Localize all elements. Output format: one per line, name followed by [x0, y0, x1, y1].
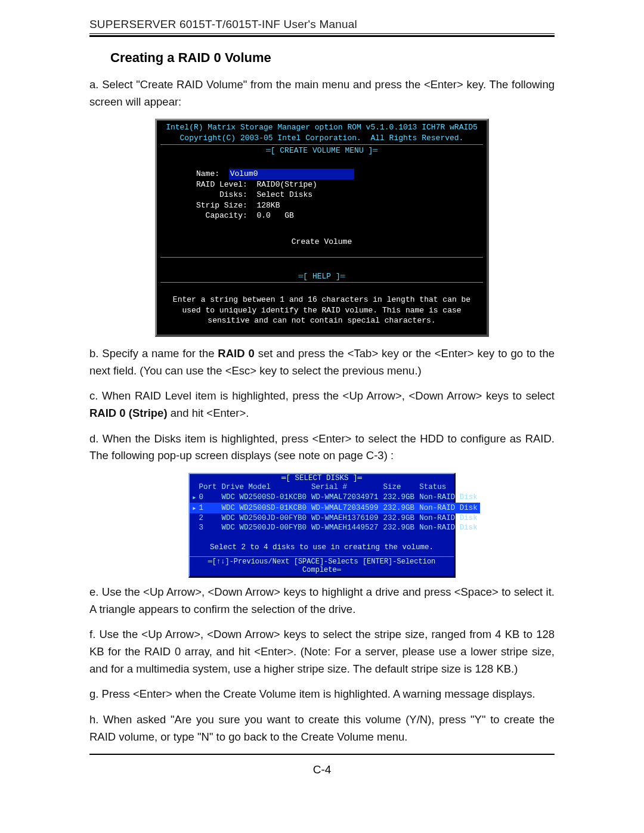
- para-e: e. Use the <Up Arrow>, <Down Arrow> keys…: [89, 584, 555, 618]
- table-row: 3WDC WD2500JD-00FYB0WD-WMAEH1449527232.9…: [190, 523, 480, 532]
- cell-size: 232.9GB: [381, 513, 417, 523]
- cell-port: 0: [197, 492, 219, 503]
- bios-cap-label: Capacity:: [206, 211, 247, 220]
- bios-title-line1: Intel(R) Matrix Storage Manager option R…: [160, 123, 483, 132]
- cell-size: 232.9GB: [381, 503, 417, 513]
- para-b-pre: b. Specify a name for the: [89, 347, 218, 360]
- para-a: a. Select "Create RAID Volume" from the …: [89, 76, 555, 110]
- bios-divider2: [160, 257, 483, 258]
- para-c: c. When RAID Level item is highlighted, …: [89, 388, 555, 422]
- cell-size: 232.9GB: [381, 523, 417, 532]
- bios-cap-value: 0.0 GB: [256, 211, 293, 220]
- cell-status: Non-RAID Disk: [417, 503, 480, 513]
- para-f: f. Use the <Up Arrow>, <Down Arrow> keys…: [89, 626, 555, 677]
- bios-name-value: Volum0: [229, 169, 354, 179]
- cell-port: 1: [197, 503, 219, 513]
- bios-select-disks-popup: ═[ SELECT DISKS ]═ Port Drive Model Seri…: [188, 473, 456, 578]
- page-number: C-4: [89, 763, 555, 776]
- col-serial: Serial #: [309, 482, 381, 492]
- bios-raid-label: RAID Level:: [196, 180, 247, 189]
- bios-raid-value: RAID0(Stripe): [256, 180, 317, 189]
- cell-drive: WDC WD2500SD-01KCB0: [219, 492, 309, 503]
- para-h: h. When asked "Are you sure you want to …: [89, 711, 555, 745]
- col-size: Size: [381, 482, 417, 492]
- footer-rule: [89, 754, 555, 755]
- cell-serial: WD-WMAL72034971: [309, 492, 381, 503]
- table-row: ▸1WDC WD2500SD-01KCB0WD-WMAL72034599232.…: [190, 503, 480, 513]
- cell-size: 232.9GB: [381, 492, 417, 503]
- bios-help-section: ═[ HELP ]═ Enter a string between 1 and …: [160, 272, 483, 330]
- cell-port: 2: [197, 513, 219, 523]
- disk-table-body: ▸0WDC WD2500SD-01KCB0WD-WMAL72034971232.…: [190, 492, 480, 532]
- section-title: Creating a RAID 0 Volume: [89, 50, 555, 66]
- cell-port: 3: [197, 523, 219, 532]
- cell-status: Non-RAID Disk: [417, 513, 480, 523]
- bios-create-volume-screenshot: Intel(R) Matrix Storage Manager option R…: [155, 119, 489, 337]
- cell-drive: WDC WD2500JD-00FYB0: [219, 523, 309, 532]
- page: SUPERSERVER 6015T-T/6015T-INF User's Man…: [0, 0, 644, 833]
- bios-frame-help: ═[ HELP ]═: [160, 272, 483, 281]
- selection-triangle-icon: ▸: [190, 503, 197, 513]
- bios-frame-create: ═[ CREATE VOLUME MENU ]═: [160, 146, 483, 155]
- table-row: ▸0WDC WD2500SD-01KCB0WD-WMAL72034971232.…: [190, 492, 480, 503]
- cell-serial: WD-WMAL72034599: [309, 503, 381, 513]
- cell-serial: WD-WMAEH1449527: [309, 523, 381, 532]
- selection-triangle-icon: ▸: [190, 492, 197, 503]
- page-header: SUPERSERVER 6015T-T/6015T-INF User's Man…: [89, 18, 555, 31]
- cell-serial: WD-WMAEH1376109: [309, 513, 381, 523]
- selection-triangle-icon: [190, 513, 197, 523]
- header-rule: [89, 33, 555, 37]
- popup-footer: ═[↑↓]-Previous/Next [SPACE]-Selects [ENT…: [190, 556, 454, 575]
- col-drive: Drive Model: [219, 482, 309, 492]
- para-c-post: and hit <Enter>.: [168, 407, 249, 419]
- popup-instruction: Select 2 to 4 disks to use in creating t…: [190, 543, 454, 552]
- bios-strip-value: 128KB: [256, 201, 280, 210]
- col-port: Port: [197, 482, 219, 492]
- bios-create-button-label: Create Volume: [160, 237, 483, 246]
- selection-triangle-icon: [190, 523, 197, 532]
- bios-strip-label: Strip Size:: [196, 201, 247, 210]
- cell-status: Non-RAID Disk: [417, 492, 480, 503]
- bios-title-line2: Copyright(C) 2003-05 Intel Corporation. …: [160, 134, 483, 143]
- cell-drive: WDC WD2500JD-00FYB0: [219, 513, 309, 523]
- para-b: b. Specify a name for the RAID 0 set and…: [89, 345, 555, 379]
- bios-divider3: [160, 282, 483, 283]
- para-d: d. When the Disks item is highlighted, p…: [89, 431, 555, 465]
- bios-disks-value: Select Disks: [256, 190, 312, 199]
- para-c-bold: RAID 0 (Stripe): [89, 407, 168, 419]
- bios-name-label: Name:: [196, 169, 219, 178]
- table-row: 2WDC WD2500JD-00FYB0WD-WMAEH1376109232.9…: [190, 513, 480, 523]
- bios-help-text: Enter a string between 1 and 16 characte…: [160, 284, 483, 330]
- para-g: g. Press <Enter> when the Create Volume …: [89, 686, 555, 703]
- cell-drive: WDC WD2500SD-01KCB0: [219, 503, 309, 513]
- para-c-pre: c. When RAID Level item is highlighted, …: [89, 389, 555, 402]
- para-b-bold: RAID 0: [218, 347, 254, 360]
- disk-table-head: Port Drive Model Serial # Size Status: [190, 482, 480, 492]
- bios-fields: Name: Volum0 RAID Level: RAID0(Stripe) D…: [196, 159, 483, 232]
- bios-divider: [160, 144, 483, 145]
- disk-table: Port Drive Model Serial # Size Status ▸0…: [190, 482, 480, 532]
- bios-disks-label: Disks:: [219, 190, 247, 199]
- popup-frame-label: ═[ SELECT DISKS ]═: [190, 474, 454, 482]
- cell-status: Non-RAID Disk: [417, 523, 480, 532]
- col-status: Status: [417, 482, 480, 492]
